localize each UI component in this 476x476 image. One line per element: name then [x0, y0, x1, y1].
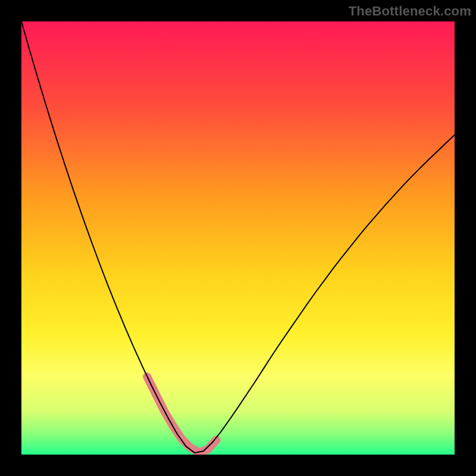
plot-background	[21, 21, 455, 455]
watermark-text: TheBottleneck.com	[349, 4, 471, 19]
chart-plot	[21, 21, 455, 455]
chart-frame: TheBottleneck.com	[0, 0, 476, 476]
